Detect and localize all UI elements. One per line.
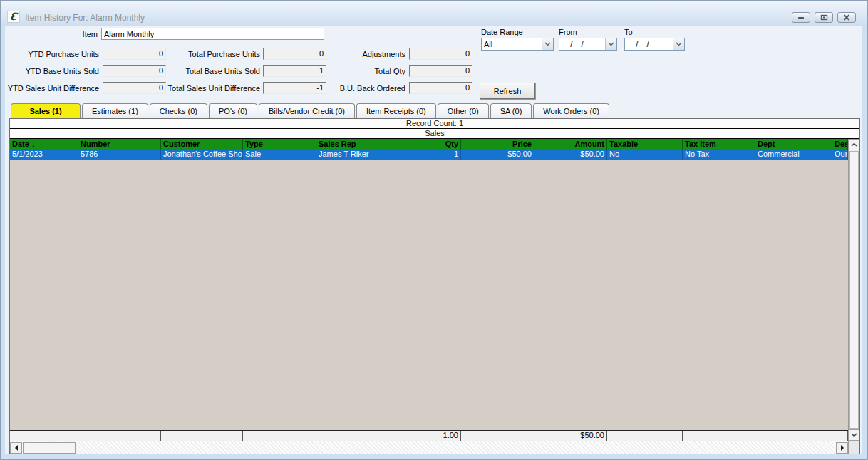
total-dept (755, 431, 832, 441)
item-history-window: Ɛ Item History For: Alarm Monthly Item D… (0, 0, 868, 460)
col-header-taxable[interactable]: Taxable (607, 139, 683, 150)
cell-customer[interactable]: Jonathan's Coffee Shop (161, 150, 243, 160)
minimize-button[interactable] (792, 12, 810, 23)
to-date-field[interactable]: __/__/____ (624, 38, 685, 51)
ytd-base-units-sold-field: 0 (103, 65, 166, 77)
cell-number[interactable]: 5786 (78, 150, 161, 160)
col-header-sales-rep[interactable]: Sales Rep (316, 139, 388, 150)
history-tabs: Sales (1) Estimates (1) Checks (0) PO's … (11, 103, 609, 118)
col-header-qty[interactable]: Qty (388, 139, 461, 150)
cell-sales-rep[interactable]: James T Riker (316, 150, 388, 160)
chevron-down-icon[interactable] (673, 38, 684, 50)
col-header-dept[interactable]: Dept (755, 139, 832, 150)
cell-qty[interactable]: 1 (388, 150, 461, 160)
from-date-field[interactable]: __/__/____ (559, 38, 617, 51)
total-price (461, 431, 534, 441)
totals-row: 1.00 $50.00 (10, 430, 848, 441)
cell-tax-item[interactable]: No Tax (683, 150, 755, 160)
scroll-left-button[interactable] (10, 442, 22, 454)
from-date-value: __/__/____ (559, 40, 605, 48)
bu-back-ordered-label: B.U. Back Ordered (311, 83, 405, 94)
close-button[interactable] (837, 12, 856, 23)
chevron-down-icon (851, 433, 857, 437)
restore-button[interactable] (815, 12, 833, 23)
titlebar: Ɛ Item History For: Alarm Monthly (1, 1, 867, 26)
total-desc (832, 431, 848, 441)
table-row-selected[interactable]: 5/1/2023 5786 Jonathan's Coffee Shop Sal… (10, 150, 848, 160)
tab-sa[interactable]: SA (0) (490, 103, 532, 118)
tab-checks[interactable]: Checks (0) (150, 103, 207, 118)
window-controls (792, 12, 856, 23)
col-header-desc[interactable]: Desc (832, 139, 848, 150)
total-tax-item (683, 431, 755, 441)
scroll-up-button[interactable] (849, 139, 859, 150)
sort-desc-icon: ↓ (31, 140, 36, 148)
scroll-down-button[interactable] (849, 429, 859, 441)
chevron-down-icon[interactable] (605, 38, 616, 50)
total-qty-label: Total Qty (311, 66, 405, 77)
total-sales-rep (316, 431, 388, 441)
app-logo-icon: Ɛ (7, 11, 20, 23)
ytd-sales-unit-difference-label: YTD Sales Unit Difference (5, 83, 99, 94)
ytd-base-units-sold-label: YTD Base Units Sold (5, 66, 99, 77)
cell-amount[interactable]: $50.00 (534, 150, 607, 160)
cell-type[interactable]: Sale (243, 150, 316, 160)
cell-price[interactable]: $50.00 (461, 150, 534, 160)
total-taxable (607, 431, 683, 441)
horizontal-scrollbar[interactable] (10, 441, 848, 454)
from-label: From (559, 26, 577, 38)
item-input[interactable] (101, 28, 324, 40)
grid-empty-area (10, 160, 848, 430)
date-range-label: Date Range (481, 26, 523, 38)
total-qty-field: 0 (409, 65, 472, 77)
total-purchase-units-label: Total Purchase Units (165, 48, 260, 60)
col-header-amount[interactable]: Amount (534, 139, 607, 150)
col-header-tax-item[interactable]: Tax Item (683, 139, 755, 150)
tab-work-orders[interactable]: Work Orders (0) (533, 103, 609, 118)
date-range-select[interactable]: All (481, 38, 554, 51)
cell-date[interactable]: 5/1/2023 (10, 150, 78, 160)
total-base-units-sold-label: Total Base Units Sold (165, 66, 260, 77)
tab-sales[interactable]: Sales (1) (11, 103, 81, 118)
col-header-price[interactable]: Price (461, 139, 534, 150)
chevron-down-icon[interactable] (542, 38, 553, 50)
cell-taxable[interactable]: No (607, 150, 683, 160)
ytd-purchase-units-field: 0 (103, 48, 166, 60)
grid-main: Date ↓ Number Customer Type Sales Rep Qt… (10, 139, 848, 454)
col-header-number[interactable]: Number (78, 139, 161, 150)
total-date (10, 431, 78, 441)
vertical-scrollbar[interactable] (848, 139, 859, 454)
adjustments-label: Adjustments (311, 48, 405, 60)
grid-content: Date ↓ Number Customer Type Sales Rep Qt… (10, 139, 859, 454)
arrow-left-icon (14, 445, 19, 451)
col-header-customer[interactable]: Customer (161, 139, 243, 150)
bu-back-ordered-field: 0 (409, 82, 472, 94)
ytd-sales-unit-difference-field: 0 (103, 82, 166, 94)
total-qty: 1.00 (388, 431, 461, 441)
refresh-button[interactable]: Refresh (480, 83, 535, 99)
to-date-value: __/__/____ (625, 40, 673, 48)
window-title: Item History For: Alarm Monthly (25, 13, 145, 23)
cell-dept[interactable]: Commercial (755, 150, 832, 160)
total-sales-unit-difference-label: Total Sales Unit Difference (165, 83, 260, 94)
tab-estimates[interactable]: Estimates (1) (82, 103, 148, 118)
ytd-purchase-units-label: YTD Purchase Units (5, 48, 99, 60)
to-label: To (624, 26, 633, 38)
restore-icon (820, 14, 828, 21)
grid-section-title: Sales (10, 129, 859, 139)
sales-grid-panel: Record Count: 1 Sales Date ↓ Number Cust… (9, 118, 860, 454)
scroll-right-button[interactable] (836, 442, 848, 454)
col-header-date[interactable]: Date ↓ (10, 139, 78, 150)
adjustments-field: 0 (409, 48, 472, 60)
tab-pos[interactable]: PO's (0) (209, 103, 257, 118)
tab-bills-vendor-credit[interactable]: Bills/Vendor Credit (0) (259, 103, 355, 118)
vertical-scroll-thumb[interactable] (849, 151, 859, 429)
col-header-type[interactable]: Type (243, 139, 316, 150)
tab-other[interactable]: Other (0) (438, 103, 489, 118)
cell-desc[interactable]: Our 2 (832, 150, 848, 160)
arrow-right-icon (840, 445, 844, 451)
item-label: Item (5, 28, 98, 40)
tab-item-receipts[interactable]: Item Receipts (0) (356, 103, 436, 118)
horizontal-scroll-thumb[interactable] (23, 442, 76, 454)
chevron-up-icon (851, 142, 857, 147)
